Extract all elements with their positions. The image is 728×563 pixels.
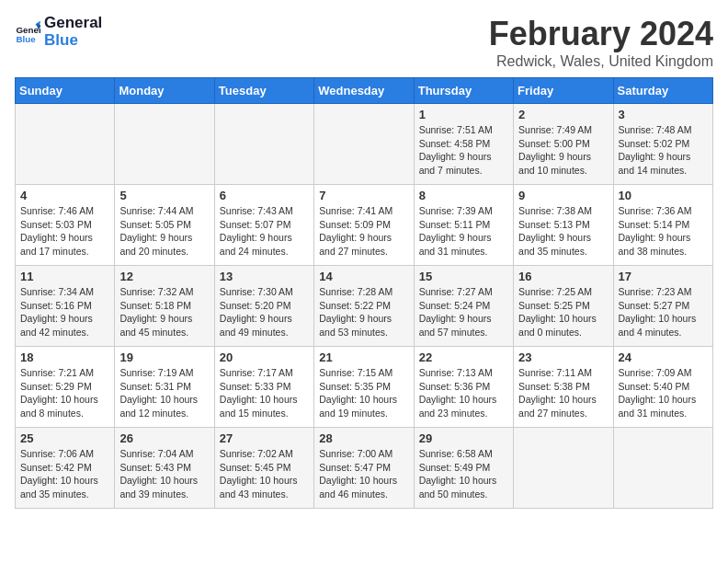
calendar-cell: 8Sunrise: 7:39 AM Sunset: 5:11 PM Daylig… — [414, 185, 513, 266]
week-row-3: 11Sunrise: 7:34 AM Sunset: 5:16 PM Dayli… — [16, 266, 713, 347]
calendar-table: SundayMondayTuesdayWednesdayThursdayFrid… — [15, 77, 713, 509]
weekday-header-row: SundayMondayTuesdayWednesdayThursdayFrid… — [16, 78, 713, 104]
day-number: 19 — [119, 350, 209, 364]
calendar-cell: 25Sunrise: 7:06 AM Sunset: 5:42 PM Dayli… — [16, 428, 115, 509]
weekday-header-sunday: Sunday — [16, 78, 115, 104]
calendar-cell: 14Sunrise: 7:28 AM Sunset: 5:22 PM Dayli… — [314, 266, 414, 347]
calendar-cell — [16, 104, 115, 185]
calendar-cell: 18Sunrise: 7:21 AM Sunset: 5:29 PM Dayli… — [16, 347, 115, 428]
day-number: 1 — [419, 108, 508, 121]
cell-content: Sunrise: 7:38 AM Sunset: 5:13 PM Dayligh… — [518, 204, 608, 259]
week-row-2: 4Sunrise: 7:46 AM Sunset: 5:03 PM Daylig… — [16, 185, 713, 266]
cell-content: Sunrise: 7:02 AM Sunset: 5:45 PM Dayligh… — [220, 447, 309, 501]
calendar-cell — [613, 428, 712, 509]
day-number: 25 — [20, 431, 109, 445]
day-number: 3 — [619, 108, 708, 121]
calendar-cell: 2Sunrise: 7:49 AM Sunset: 5:00 PM Daylig… — [514, 104, 613, 185]
day-number: 9 — [518, 189, 608, 202]
calendar-title: February 2024 — [489, 15, 713, 53]
day-number: 8 — [419, 189, 508, 202]
day-number: 16 — [518, 270, 608, 283]
svg-text:Blue: Blue — [16, 34, 36, 44]
day-number: 12 — [119, 270, 209, 283]
day-number: 26 — [119, 431, 209, 445]
cell-content: Sunrise: 7:11 AM Sunset: 5:38 PM Dayligh… — [518, 366, 608, 420]
calendar-cell: 7Sunrise: 7:41 AM Sunset: 5:09 PM Daylig… — [314, 185, 414, 266]
weekday-header-wednesday: Wednesday — [314, 78, 414, 104]
calendar-cell: 12Sunrise: 7:32 AM Sunset: 5:18 PM Dayli… — [115, 266, 214, 347]
calendar-cell: 19Sunrise: 7:19 AM Sunset: 5:31 PM Dayli… — [115, 347, 214, 428]
calendar-cell: 27Sunrise: 7:02 AM Sunset: 5:45 PM Dayli… — [214, 428, 313, 509]
title-area: February 2024 Redwick, Wales, United Kin… — [489, 15, 713, 70]
page-header: General Blue General Blue February 2024 … — [15, 15, 713, 70]
cell-content: Sunrise: 7:30 AM Sunset: 5:20 PM Dayligh… — [220, 285, 309, 339]
calendar-cell: 21Sunrise: 7:15 AM Sunset: 5:35 PM Dayli… — [314, 347, 414, 428]
day-number: 5 — [119, 189, 209, 202]
calendar-cell: 5Sunrise: 7:44 AM Sunset: 5:05 PM Daylig… — [115, 185, 214, 266]
week-row-4: 18Sunrise: 7:21 AM Sunset: 5:29 PM Dayli… — [16, 347, 713, 428]
day-number: 29 — [419, 431, 508, 445]
calendar-cell — [314, 104, 414, 185]
cell-content: Sunrise: 7:04 AM Sunset: 5:43 PM Dayligh… — [119, 447, 209, 501]
day-number: 20 — [220, 350, 309, 364]
cell-content: Sunrise: 7:32 AM Sunset: 5:18 PM Dayligh… — [119, 285, 209, 339]
calendar-cell: 3Sunrise: 7:48 AM Sunset: 5:02 PM Daylig… — [613, 104, 712, 185]
cell-content: Sunrise: 7:39 AM Sunset: 5:11 PM Dayligh… — [419, 204, 508, 259]
calendar-cell: 15Sunrise: 7:27 AM Sunset: 5:24 PM Dayli… — [414, 266, 513, 347]
cell-content: Sunrise: 7:41 AM Sunset: 5:09 PM Dayligh… — [319, 204, 408, 259]
calendar-cell: 13Sunrise: 7:30 AM Sunset: 5:20 PM Dayli… — [214, 266, 313, 347]
cell-content: Sunrise: 7:13 AM Sunset: 5:36 PM Dayligh… — [419, 366, 508, 420]
calendar-cell: 28Sunrise: 7:00 AM Sunset: 5:47 PM Dayli… — [314, 428, 414, 509]
cell-content: Sunrise: 7:19 AM Sunset: 5:31 PM Dayligh… — [119, 366, 209, 420]
weekday-header-tuesday: Tuesday — [214, 78, 313, 104]
day-number: 14 — [319, 270, 408, 283]
cell-content: Sunrise: 7:23 AM Sunset: 5:27 PM Dayligh… — [619, 285, 708, 339]
cell-content: Sunrise: 7:44 AM Sunset: 5:05 PM Dayligh… — [119, 204, 209, 259]
cell-content: Sunrise: 7:17 AM Sunset: 5:33 PM Dayligh… — [220, 366, 309, 420]
cell-content: Sunrise: 7:46 AM Sunset: 5:03 PM Dayligh… — [20, 204, 109, 259]
calendar-cell: 9Sunrise: 7:38 AM Sunset: 5:13 PM Daylig… — [514, 185, 613, 266]
calendar-cell: 23Sunrise: 7:11 AM Sunset: 5:38 PM Dayli… — [514, 347, 613, 428]
cell-content: Sunrise: 7:27 AM Sunset: 5:24 PM Dayligh… — [419, 285, 508, 339]
cell-content: Sunrise: 7:06 AM Sunset: 5:42 PM Dayligh… — [20, 447, 109, 501]
day-number: 4 — [20, 189, 109, 202]
weekday-header-saturday: Saturday — [613, 78, 712, 104]
cell-content: Sunrise: 7:21 AM Sunset: 5:29 PM Dayligh… — [20, 366, 109, 420]
day-number: 6 — [220, 189, 309, 202]
day-number: 23 — [518, 350, 608, 364]
cell-content: Sunrise: 7:51 AM Sunset: 4:58 PM Dayligh… — [419, 123, 508, 178]
cell-content: Sunrise: 7:25 AM Sunset: 5:25 PM Dayligh… — [518, 285, 608, 339]
calendar-cell: 29Sunrise: 6:58 AM Sunset: 5:49 PM Dayli… — [414, 428, 513, 509]
day-number: 28 — [319, 431, 408, 445]
cell-content: Sunrise: 7:36 AM Sunset: 5:14 PM Dayligh… — [619, 204, 708, 259]
calendar-cell: 11Sunrise: 7:34 AM Sunset: 5:16 PM Dayli… — [16, 266, 115, 347]
day-number: 15 — [419, 270, 508, 283]
cell-content: Sunrise: 6:58 AM Sunset: 5:49 PM Dayligh… — [419, 447, 508, 501]
logo-blue: Blue — [44, 32, 102, 50]
day-number: 17 — [619, 270, 708, 283]
weekday-header-thursday: Thursday — [414, 78, 513, 104]
calendar-cell: 24Sunrise: 7:09 AM Sunset: 5:40 PM Dayli… — [613, 347, 712, 428]
calendar-cell: 20Sunrise: 7:17 AM Sunset: 5:33 PM Dayli… — [214, 347, 313, 428]
day-number: 22 — [419, 350, 508, 364]
day-number: 11 — [20, 270, 109, 283]
logo: General Blue General Blue — [15, 15, 102, 49]
calendar-cell: 4Sunrise: 7:46 AM Sunset: 5:03 PM Daylig… — [16, 185, 115, 266]
calendar-cell: 22Sunrise: 7:13 AM Sunset: 5:36 PM Dayli… — [414, 347, 513, 428]
day-number: 13 — [220, 270, 309, 283]
calendar-cell — [115, 104, 214, 185]
calendar-cell: 6Sunrise: 7:43 AM Sunset: 5:07 PM Daylig… — [214, 185, 313, 266]
calendar-cell: 1Sunrise: 7:51 AM Sunset: 4:58 PM Daylig… — [414, 104, 513, 185]
cell-content: Sunrise: 7:09 AM Sunset: 5:40 PM Dayligh… — [619, 366, 708, 420]
logo-icon: General Blue — [15, 19, 40, 45]
week-row-5: 25Sunrise: 7:06 AM Sunset: 5:42 PM Dayli… — [16, 428, 713, 509]
day-number: 18 — [20, 350, 109, 364]
calendar-cell — [214, 104, 313, 185]
day-number: 2 — [518, 108, 608, 121]
day-number: 27 — [220, 431, 309, 445]
cell-content: Sunrise: 7:49 AM Sunset: 5:00 PM Dayligh… — [518, 123, 608, 178]
weekday-header-friday: Friday — [514, 78, 613, 104]
cell-content: Sunrise: 7:34 AM Sunset: 5:16 PM Dayligh… — [20, 285, 109, 339]
cell-content: Sunrise: 7:48 AM Sunset: 5:02 PM Dayligh… — [619, 123, 708, 178]
calendar-cell: 17Sunrise: 7:23 AM Sunset: 5:27 PM Dayli… — [613, 266, 712, 347]
